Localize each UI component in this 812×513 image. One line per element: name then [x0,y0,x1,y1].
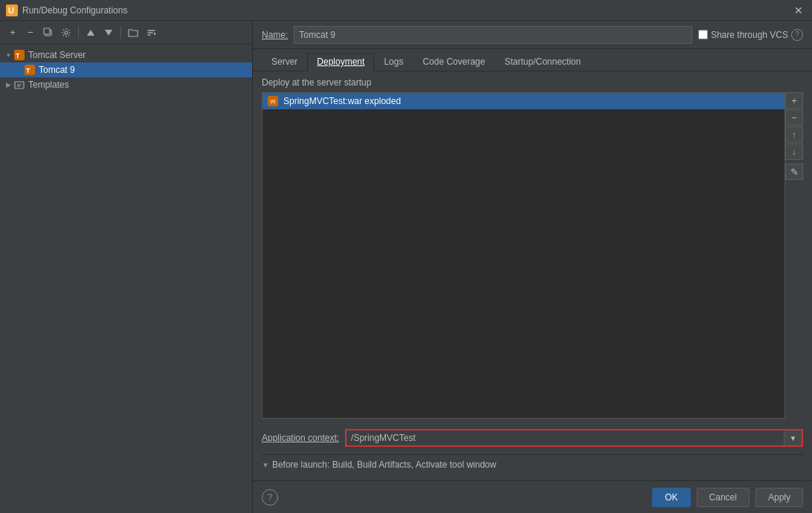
title-bar: U Run/Debug Configurations ✕ [0,0,812,21]
title-bar-text: Run/Debug Configurations [22,5,791,16]
bottom-bar: ? OK Cancel Apply [253,480,812,513]
config-tree: ▾ T Tomcat Server ▾ T [0,45,252,513]
toolbar-separator-2 [120,27,121,39]
toolbar-separator [78,27,79,39]
templates-icon [13,79,25,91]
tree-label-templates: Templates [28,80,69,90]
deploy-artifact-list: W SpringMVCTest:war exploded [262,92,785,419]
deploy-item-label: SpringMVCTest:war exploded [283,96,401,106]
ok-button[interactable]: OK [652,488,690,507]
tab-deployment[interactable]: Deployment [307,53,374,71]
app-icon: U [6,4,18,16]
tree-label-tomcat-server: Tomcat Server [28,50,86,60]
tree-label-tomcat9: Tomcat 9 [39,65,75,75]
tomcat-server-icon: T [13,49,25,61]
war-exploded-icon: W [267,95,279,107]
remove-artifact-button[interactable]: − [785,109,803,126]
app-context-area: Application context: ▼ [262,425,803,451]
app-context-dropdown-button[interactable]: ▼ [784,430,802,445]
app-context-label: Application context: [262,433,339,443]
left-panel: + − [0,21,253,513]
share-vcs-checkbox[interactable] [698,30,708,39]
main-content: + − [0,21,812,513]
svg-text:U: U [8,6,14,15]
before-launch-label: Before launch: Build, Build Artifacts, A… [272,459,497,470]
tree-toggle-tomcat-server[interactable]: ▾ [3,50,13,60]
before-launch-toggle-icon: ▼ [262,461,269,469]
config-toolbar: + − [0,21,252,45]
share-vcs-section: Share through VCS ? [698,29,803,41]
tab-startup-connection[interactable]: Startup/Connection [494,53,590,71]
svg-point-4 [65,31,68,34]
before-launch-section: ▼ Before launch: Build, Build Artifacts,… [262,454,803,474]
move-up-button[interactable] [83,25,99,41]
svg-text:T: T [26,67,30,74]
tree-item-templates[interactable]: ▶ Templates [0,77,252,92]
copy-config-button[interactable] [40,25,57,41]
svg-rect-3 [44,28,50,34]
sort-button[interactable] [143,25,159,41]
tab-code-coverage[interactable]: Code Coverage [413,53,494,71]
app-context-input-wrap: ▼ [345,429,803,447]
tree-item-tomcat-server[interactable]: ▾ T Tomcat Server [0,48,252,62]
tree-item-tomcat9[interactable]: ▾ T Tomcat 9 [0,62,252,77]
cancel-button[interactable]: Cancel [697,488,750,507]
remove-config-button[interactable]: − [22,25,39,41]
name-input[interactable] [294,26,692,44]
close-button[interactable]: ✕ [791,3,806,18]
svg-text:T: T [16,52,20,59]
edit-artifact-button[interactable]: ✎ [785,164,803,180]
artifact-up-button[interactable]: ↑ [785,126,803,143]
tab-server[interactable]: Server [262,53,307,71]
folder-button[interactable] [125,25,141,41]
share-vcs-label: Share through VCS [711,30,788,40]
tomcat9-icon: T [24,64,36,76]
vcs-help-icon[interactable]: ? [791,29,803,41]
deployment-tab-content: Deploy at the server startup W SpringMVC… [253,71,812,480]
deploy-item-springmvctest[interactable]: W SpringMVCTest:war exploded [262,93,784,109]
tree-toggle-templates[interactable]: ▶ [3,80,13,90]
app-context-input[interactable] [347,430,784,445]
tab-logs[interactable]: Logs [374,53,413,71]
config-tabs: Server Deployment Logs Code Coverage Sta… [253,49,812,71]
name-label: Name: [262,30,288,40]
help-button[interactable]: ? [262,489,278,506]
add-config-button[interactable]: + [4,25,21,41]
deploy-side-buttons: + − ↑ ↓ ✎ [785,92,803,419]
before-launch-header[interactable]: ▼ Before launch: Build, Build Artifacts,… [262,459,803,470]
app-context-row: Application context: ▼ [262,429,803,447]
config-settings-button[interactable] [58,25,74,41]
apply-button[interactable]: Apply [755,488,803,507]
move-down-button[interactable] [100,25,117,41]
artifact-down-button[interactable]: ↓ [785,143,803,160]
deploy-list-container: W SpringMVCTest:war exploded + − ↑ ↓ ✎ [262,92,803,419]
name-bar: Name: Share through VCS ? [253,21,812,49]
add-artifact-button[interactable]: + [785,92,803,109]
deploy-at-startup-label: Deploy at the server startup [262,77,803,88]
right-panel: Name: Share through VCS ? Server Deploym… [253,21,812,513]
